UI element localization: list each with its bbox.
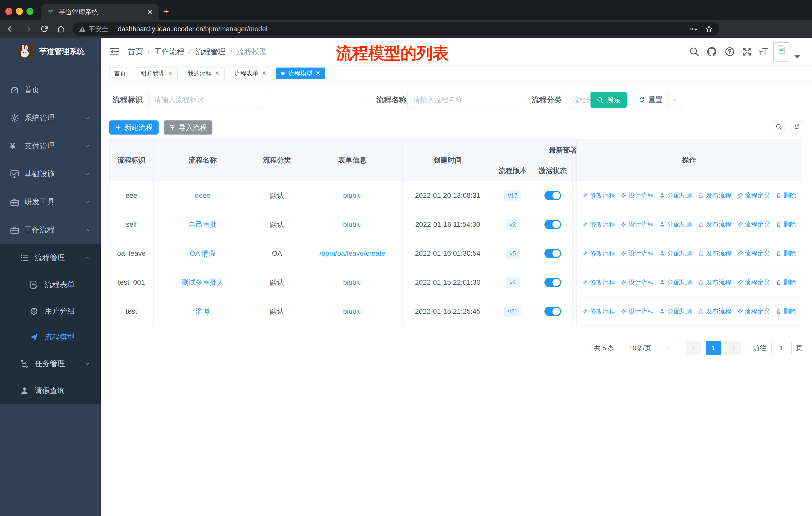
- form-info-link[interactable]: biubiu: [302, 210, 403, 239]
- modify-process-link[interactable]: 修改流程: [582, 249, 615, 257]
- version-tag[interactable]: v4: [506, 277, 519, 288]
- design-process-link[interactable]: 设计流程: [620, 191, 654, 199]
- security-label[interactable]: 不安全: [89, 25, 108, 33]
- assign-rule-link[interactable]: 分配规则: [659, 191, 692, 199]
- next-page-button[interactable]: [726, 341, 741, 355]
- process-definition-link[interactable]: 流程定义: [737, 249, 770, 257]
- process-definition-link[interactable]: 流程定义: [737, 307, 770, 316]
- sidebar-item-devtools[interactable]: 研发工具: [0, 188, 101, 216]
- process-name-link[interactable]: 滔博: [153, 297, 252, 326]
- publish-process-link[interactable]: 发布流程: [698, 278, 731, 287]
- sidebar-item-system[interactable]: 系统管理: [0, 104, 101, 132]
- filter-name-input[interactable]: [407, 92, 523, 108]
- create-process-button[interactable]: 新建流程: [109, 120, 158, 135]
- avatar-caret-icon[interactable]: [794, 55, 800, 61]
- active-toggle[interactable]: [545, 278, 561, 287]
- process-name-link[interactable]: 自己审批: [153, 210, 252, 239]
- process-definition-link[interactable]: 流程定义: [737, 220, 770, 228]
- current-page-button[interactable]: 1: [706, 341, 721, 355]
- help-icon[interactable]: [724, 46, 735, 57]
- delete-link[interactable]: 删除: [776, 249, 796, 257]
- version-tag[interactable]: v21: [504, 306, 521, 317]
- close-icon[interactable]: ✕: [262, 70, 266, 77]
- sidebar-item-process-management[interactable]: 流程管理: [0, 244, 101, 272]
- sidebar-item-leave-query[interactable]: 请假查询: [0, 377, 101, 404]
- delete-link[interactable]: 删除: [776, 278, 796, 287]
- breadcrumb-workflow[interactable]: 工作流程: [154, 47, 184, 57]
- tag-process-form[interactable]: 流程表单✕: [230, 67, 271, 79]
- password-key-icon[interactable]: [689, 25, 698, 33]
- sidebar-item-home[interactable]: 首页: [0, 76, 101, 104]
- process-name-link[interactable]: OA 请假: [153, 239, 252, 268]
- reset-button[interactable]: 重置: [633, 92, 668, 108]
- close-icon[interactable]: ✕: [168, 70, 173, 77]
- process-name-link[interactable]: eeee: [153, 181, 252, 210]
- new-tab-button[interactable]: +: [163, 6, 169, 17]
- search-button[interactable]: 搜索: [590, 92, 627, 108]
- version-tag[interactable]: v17: [504, 190, 521, 201]
- modify-process-link[interactable]: 修改流程: [582, 278, 615, 287]
- home-icon[interactable]: [55, 23, 66, 34]
- active-toggle[interactable]: [545, 249, 561, 258]
- publish-process-link[interactable]: 发布流程: [698, 307, 731, 316]
- sidebar-item-infrastructure[interactable]: 基础设施: [0, 160, 101, 188]
- process-definition-link[interactable]: 流程定义: [737, 278, 770, 287]
- sidebar-item-process-model[interactable]: 流程模型: [0, 324, 101, 350]
- close-icon[interactable]: ✕: [215, 70, 220, 77]
- goto-page-input[interactable]: [772, 341, 792, 355]
- search-icon[interactable]: [689, 46, 700, 57]
- fullscreen-icon[interactable]: [742, 46, 753, 57]
- tag-process-model[interactable]: 流程模型✕: [277, 67, 325, 79]
- assign-rule-link[interactable]: 分配规则: [659, 220, 692, 228]
- window-minimize-button[interactable]: [16, 8, 23, 15]
- user-avatar[interactable]: [773, 42, 789, 62]
- tab-close-icon[interactable]: ✕: [147, 8, 153, 17]
- forward-icon[interactable]: [22, 23, 33, 34]
- toggle-search-button[interactable]: [772, 120, 786, 134]
- sidebar-item-payment[interactable]: ¥ 支付管理: [0, 132, 101, 160]
- assign-rule-link[interactable]: 分配规则: [659, 278, 692, 287]
- refresh-table-button[interactable]: [790, 120, 804, 134]
- form-info-link[interactable]: biubiu: [302, 181, 403, 210]
- version-tag[interactable]: v2: [506, 219, 519, 230]
- close-icon[interactable]: ✕: [315, 70, 320, 77]
- process-definition-link[interactable]: 流程定义: [737, 191, 770, 199]
- form-info-link[interactable]: biubiu: [302, 297, 403, 326]
- tag-tenant[interactable]: 租户管理✕: [136, 67, 178, 79]
- design-process-link[interactable]: 设计流程: [620, 278, 654, 287]
- publish-process-link[interactable]: 发布流程: [698, 249, 731, 257]
- tag-home[interactable]: 首页: [109, 67, 131, 79]
- form-info-link[interactable]: biubiu: [302, 268, 403, 297]
- sidebar-item-user-group[interactable]: 用户分组: [0, 298, 101, 324]
- sidebar-item-process-form[interactable]: 流程表单: [0, 272, 101, 298]
- import-process-button[interactable]: 导入流程: [164, 120, 212, 135]
- sidebar-item-task-management[interactable]: 任务管理: [0, 350, 101, 377]
- delete-link[interactable]: 删除: [776, 220, 796, 228]
- window-zoom-button[interactable]: [26, 8, 33, 15]
- process-name-link[interactable]: 测试多审批人: [153, 268, 252, 297]
- modify-process-link[interactable]: 修改流程: [582, 307, 615, 316]
- design-process-link[interactable]: 设计流程: [620, 307, 654, 316]
- publish-process-link[interactable]: 发布流程: [698, 220, 731, 228]
- active-toggle[interactable]: [545, 220, 561, 229]
- browser-tab[interactable]: 芋道管理系统 ✕: [41, 4, 158, 20]
- app-logo[interactable]: 芋道管理系统: [0, 38, 101, 65]
- design-process-link[interactable]: 设计流程: [620, 220, 654, 228]
- breadcrumb-home[interactable]: 首页: [128, 47, 143, 57]
- bookmark-star-icon[interactable]: [705, 25, 713, 33]
- sidebar-collapse-icon[interactable]: [109, 46, 120, 57]
- active-toggle[interactable]: [545, 191, 561, 200]
- form-info-link[interactable]: /bpm/oa/leave/create: [302, 239, 403, 268]
- filter-key-input[interactable]: [148, 92, 265, 108]
- breadcrumb-process-management[interactable]: 流程管理: [196, 47, 226, 57]
- assign-rule-link[interactable]: 分配规则: [659, 249, 692, 257]
- delete-link[interactable]: 删除: [776, 307, 796, 316]
- design-process-link[interactable]: 设计流程: [620, 249, 654, 257]
- sidebar-item-workflow[interactable]: 工作流程: [0, 216, 101, 244]
- assign-rule-link[interactable]: 分配规则: [659, 307, 692, 316]
- prev-page-button[interactable]: [686, 341, 701, 355]
- github-icon[interactable]: [706, 46, 717, 57]
- reload-icon[interactable]: [39, 23, 50, 34]
- active-toggle[interactable]: [545, 307, 561, 316]
- page-size-select[interactable]: 10条/页: [625, 341, 675, 355]
